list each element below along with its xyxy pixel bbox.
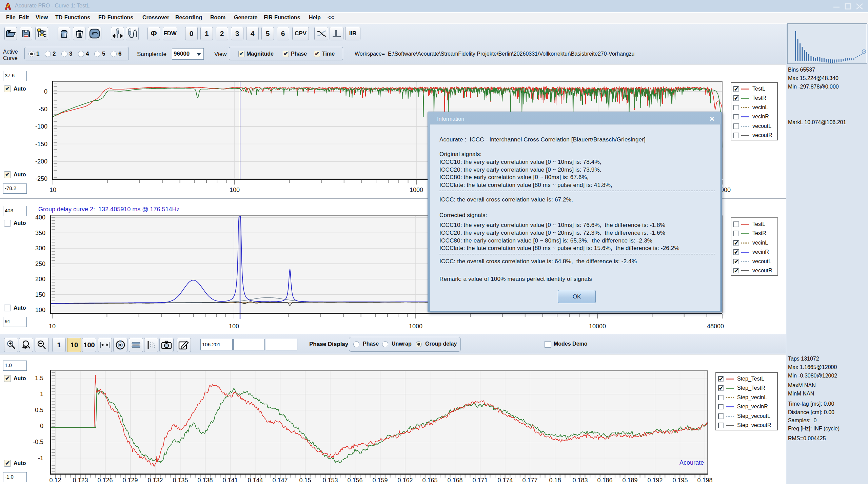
svg-text:-1: -1 (38, 455, 43, 462)
svg-text:0: 0 (40, 423, 43, 429)
svg-text:1000: 1000 (409, 323, 422, 330)
svg-text:0.135: 0.135 (173, 477, 188, 484)
svg-text:0.156: 0.156 (347, 477, 362, 484)
svg-text:0.186: 0.186 (597, 477, 612, 484)
svg-text:-100: -100 (35, 123, 47, 130)
svg-text:0.159: 0.159 (372, 477, 388, 484)
svg-text:10000: 10000 (589, 323, 606, 330)
svg-text:0.132: 0.132 (147, 477, 163, 484)
svg-text:0.168: 0.168 (447, 477, 462, 484)
svg-text:-150: -150 (35, 141, 47, 148)
svg-text:-200: -200 (35, 158, 47, 165)
svg-text:0.162: 0.162 (397, 477, 413, 484)
svg-text:10: 10 (49, 323, 56, 330)
svg-text:350: 350 (35, 230, 45, 236)
svg-text:0.195: 0.195 (672, 477, 688, 484)
svg-text:-0.5: -0.5 (33, 439, 43, 445)
svg-text:-50: -50 (39, 106, 47, 113)
svg-text:0.138: 0.138 (197, 477, 213, 484)
svg-text:0.192: 0.192 (647, 477, 663, 484)
svg-text:-250: -250 (35, 175, 47, 182)
svg-text:0: 0 (44, 88, 47, 95)
svg-text:0.177: 0.177 (522, 477, 537, 484)
svg-text:100: 100 (230, 187, 240, 193)
svg-text:0.126: 0.126 (97, 477, 113, 484)
svg-text:0.144: 0.144 (248, 477, 263, 484)
svg-text:1: 1 (40, 391, 43, 398)
svg-text:0.171: 0.171 (472, 477, 488, 484)
svg-text:150: 150 (35, 291, 45, 298)
svg-text:0.123: 0.123 (73, 477, 88, 484)
svg-text:200: 200 (35, 276, 45, 283)
svg-text:48000: 48000 (707, 323, 724, 330)
svg-text:0.198: 0.198 (697, 477, 712, 484)
svg-text:0.5: 0.5 (35, 407, 43, 413)
svg-text:100: 100 (229, 323, 239, 330)
svg-text:0.147: 0.147 (272, 477, 288, 484)
svg-text:0.165: 0.165 (422, 477, 437, 484)
svg-text:100: 100 (35, 307, 45, 313)
svg-text:1000: 1000 (410, 187, 423, 193)
svg-text:0.129: 0.129 (122, 477, 138, 484)
svg-text:1.5: 1.5 (35, 375, 43, 382)
svg-text:0.189: 0.189 (622, 477, 637, 484)
svg-text:Acourate: Acourate (679, 459, 704, 466)
svg-text:0.12: 0.12 (49, 477, 61, 484)
svg-text:300: 300 (35, 245, 45, 252)
svg-text:400: 400 (35, 214, 45, 221)
svg-text:250: 250 (35, 260, 45, 267)
svg-text:0.153: 0.153 (322, 477, 338, 484)
svg-text:10: 10 (50, 187, 56, 193)
svg-text:0.15: 0.15 (299, 477, 311, 484)
svg-text:0.174: 0.174 (497, 477, 513, 484)
svg-text:0.183: 0.183 (572, 477, 588, 484)
svg-text:0.141: 0.141 (222, 477, 238, 484)
svg-text:0.18: 0.18 (549, 477, 561, 484)
